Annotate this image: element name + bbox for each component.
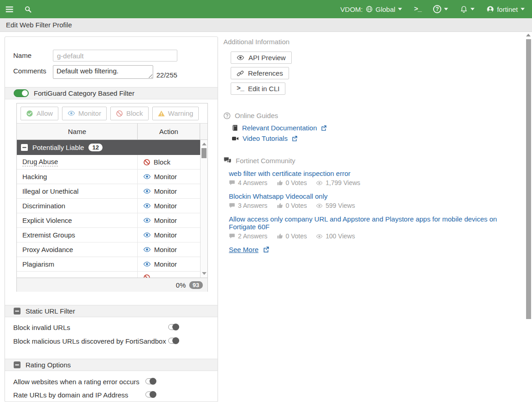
cli-console-icon[interactable]: >_: [414, 5, 421, 13]
category-name[interactable]: Hacking: [22, 173, 47, 180]
external-link-icon[interactable]: [291, 135, 298, 142]
category-name[interactable]: Discrimination: [22, 202, 65, 210]
category-name[interactable]: Drug Abuse: [22, 158, 58, 166]
collapse-minus-icon[interactable]: [21, 144, 28, 151]
vdom-value: Global: [376, 5, 395, 13]
category-name[interactable]: Explicit Violence: [22, 216, 72, 224]
chain-link-icon: [237, 70, 244, 77]
community-post-link[interactable]: web filter with certificate inspection e…: [229, 170, 517, 177]
quota-percent: 0%: [176, 281, 186, 289]
column-header-action[interactable]: Action: [138, 124, 200, 139]
post-stats: 4 Answers 0 Votes 1,799 Views: [229, 179, 517, 186]
edit-in-cli-button[interactable]: >_ Edit in CLI: [231, 82, 285, 95]
relevant-documentation-link[interactable]: Relevant Documentation: [242, 124, 317, 132]
table-row[interactable]: Illegal or Unethical Monitor: [17, 184, 200, 199]
column-header-name[interactable]: Name: [17, 124, 138, 139]
scroll-down-arrow-icon[interactable]: [202, 272, 207, 275]
fortinet-community-title: Fortinet Community: [223, 156, 519, 165]
category-name[interactable]: Proxy Avoidance: [22, 246, 73, 253]
scrollbar-thumb[interactable]: [526, 39, 531, 319]
comments-label: Comments: [13, 65, 53, 75]
static-url-filter-header[interactable]: Static URL Filter: [5, 305, 217, 317]
community-post-link[interactable]: Blockin Whatsapp Videocall only: [229, 192, 517, 200]
table-scrollbar[interactable]: [200, 140, 207, 278]
username: fortinet: [497, 5, 518, 13]
table-scroll-area: Potentially Liable 12 Drug Abuse Block H…: [17, 140, 207, 278]
external-link-icon[interactable]: [263, 246, 269, 253]
category-name[interactable]: Plagiarism: [22, 260, 54, 268]
help-menu[interactable]: ?: [433, 5, 448, 13]
thumbs-up-icon: [277, 202, 283, 209]
references-button[interactable]: References: [231, 67, 289, 79]
hamburger-menu-icon[interactable]: [5, 5, 14, 14]
chevron-down-icon: [398, 8, 402, 10]
warning-button[interactable]: Warning: [152, 107, 199, 120]
comment-bubble-icon: [229, 202, 235, 209]
table-row[interactable]: Hacking Monitor: [17, 170, 200, 184]
allow-button[interactable]: Allow: [21, 107, 58, 120]
eye-icon: [143, 216, 151, 224]
block-button[interactable]: Block: [110, 107, 149, 120]
comments-field[interactable]: Default web filtering.: [53, 65, 153, 79]
name-field[interactable]: [53, 50, 177, 62]
rating-options-header[interactable]: Rating Options: [5, 359, 217, 371]
search-icon[interactable]: [24, 5, 32, 13]
warning-triangle-icon: [158, 110, 165, 117]
video-tutorials-link[interactable]: Video Tutorials: [243, 134, 288, 142]
community-posts: web filter with certificate inspection e…: [229, 170, 517, 253]
action-label: Monitor: [154, 187, 177, 195]
block-invalid-urls-toggle[interactable]: [168, 324, 179, 330]
thumbs-up-icon: [277, 233, 283, 239]
scroll-up-arrow-icon[interactable]: [202, 143, 207, 145]
category-group-header[interactable]: Potentially Liable 12: [17, 140, 200, 155]
eye-icon: [316, 202, 323, 209]
block-malicious-urls-toggle[interactable]: [168, 338, 179, 344]
collapse-minus-icon[interactable]: [14, 308, 21, 314]
block-icon: [143, 159, 150, 166]
scrollbar-thumb[interactable]: [201, 148, 207, 158]
option-label: Rate URLs by domain and IP Address: [13, 391, 128, 399]
bell-icon: [460, 5, 468, 13]
community-post-link[interactable]: Allow access only company URL and Appsto…: [229, 215, 517, 231]
rate-by-domain-ip-toggle[interactable]: [145, 392, 156, 397]
top-navbar: VDOM: Global >_ ? fortinet: [0, 0, 532, 18]
globe-icon: [366, 5, 373, 13]
external-link-icon[interactable]: [320, 125, 327, 131]
table-row[interactable]: Plagiarism Monitor: [17, 257, 200, 272]
online-guides-title: Online Guides: [223, 112, 519, 119]
fortiguard-toggle[interactable]: [14, 89, 29, 97]
vdom-selector[interactable]: VDOM: Global: [341, 5, 403, 13]
eye-icon: [143, 231, 151, 239]
table-row[interactable]: Discrimination Monitor: [17, 199, 200, 213]
eye-icon: [143, 202, 151, 210]
collapse-minus-icon[interactable]: [14, 361, 21, 368]
guide-link-row: Relevant Documentation: [232, 124, 519, 132]
eye-icon: [143, 187, 151, 195]
action-label: Monitor: [154, 231, 177, 239]
comment-bubble-icon: [229, 180, 235, 186]
table-row[interactable]: Explicit Violence Monitor: [17, 213, 200, 228]
allow-on-rating-error-toggle[interactable]: [145, 378, 156, 384]
action-label: Monitor: [154, 216, 177, 224]
category-name[interactable]: Illegal or Unethical: [22, 187, 78, 195]
table-row-partial[interactable]: [17, 272, 200, 278]
notifications-menu[interactable]: [460, 5, 475, 13]
table-row[interactable]: Extremist Groups Monitor: [17, 228, 200, 242]
section-title: Static URL Filter: [26, 307, 75, 315]
info-buttons: API Preview References >_ Edit in CLI: [231, 52, 519, 95]
category-name[interactable]: Extremist Groups: [22, 231, 75, 239]
see-more-link[interactable]: See More: [229, 246, 258, 253]
chevron-down-icon: [444, 8, 448, 10]
page-scrollbar[interactable]: [525, 32, 532, 402]
monitor-button[interactable]: Monitor: [62, 107, 107, 120]
user-menu[interactable]: fortinet: [486, 5, 525, 13]
table-row[interactable]: Proxy Avoidance Monitor: [17, 242, 200, 257]
comment-bubble-icon: [229, 233, 235, 239]
option-row: Block invalid URLs: [13, 322, 210, 332]
breadcrumb-bar: Edit Web Filter Profile: [0, 18, 532, 32]
chevron-down-icon: [470, 8, 475, 10]
eye-icon: [143, 260, 151, 268]
scroll-up-arrow-icon[interactable]: [526, 34, 531, 36]
table-row[interactable]: Drug Abuse Block: [17, 155, 200, 170]
api-preview-button[interactable]: API Preview: [231, 52, 292, 64]
